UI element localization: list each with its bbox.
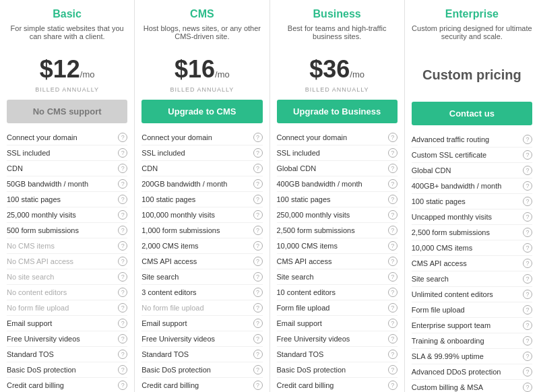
info-icon[interactable]: ? (253, 257, 263, 266)
info-icon[interactable]: ? (253, 210, 263, 220)
info-icon[interactable]: ? (118, 303, 127, 313)
feature-name: Credit card billing (277, 381, 388, 389)
info-icon[interactable]: ? (118, 381, 127, 390)
feature-list-cms: Connect your domain?SSL included?CDN?200… (141, 130, 262, 392)
info-icon[interactable]: ? (523, 274, 532, 284)
info-icon[interactable]: ? (253, 365, 263, 374)
info-icon[interactable]: ? (388, 210, 398, 220)
feature-name: 50GB bandwidth / month (7, 180, 118, 188)
feature-name: SSL included (141, 149, 253, 157)
plan-name-enterprise: Enterprise (412, 8, 532, 20)
info-icon[interactable]: ? (388, 179, 398, 189)
info-icon[interactable]: ? (118, 195, 127, 204)
plan-price-cms: $16/mo (141, 55, 262, 84)
info-icon[interactable]: ? (253, 319, 263, 328)
info-icon[interactable]: ? (523, 290, 532, 299)
info-icon[interactable]: ? (118, 319, 127, 328)
list-item: No CMS API access? (7, 254, 127, 269)
info-icon[interactable]: ? (388, 334, 398, 344)
feature-name: 2,000 CMS items (141, 242, 253, 250)
info-icon[interactable]: ? (523, 367, 532, 377)
info-icon[interactable]: ? (388, 350, 398, 359)
info-icon[interactable]: ? (253, 350, 263, 359)
info-icon[interactable]: ? (118, 365, 127, 374)
feature-name: Training & onboarding (412, 337, 523, 345)
info-icon[interactable]: ? (253, 272, 263, 282)
feature-name: Standard TOS (277, 350, 388, 358)
info-icon[interactable]: ? (388, 288, 398, 297)
info-icon[interactable]: ? (253, 164, 263, 173)
info-icon[interactable]: ? (118, 257, 127, 266)
info-icon[interactable]: ? (118, 272, 127, 282)
info-icon[interactable]: ? (388, 195, 398, 204)
info-icon[interactable]: ? (118, 133, 127, 142)
feature-name: Form file upload (277, 304, 388, 312)
list-item: Training & onboarding? (412, 333, 532, 349)
feature-name: 200GB bandwidth / month (141, 180, 253, 188)
info-icon[interactable]: ? (523, 305, 532, 315)
feature-name: CDN (141, 164, 253, 172)
info-icon[interactable]: ? (118, 334, 127, 344)
cta-button-business[interactable]: Upgrade to Business (277, 100, 398, 123)
info-icon[interactable]: ? (253, 148, 263, 158)
info-icon[interactable]: ? (118, 179, 127, 189)
cta-button-cms[interactable]: Upgrade to CMS (141, 100, 262, 123)
info-icon[interactable]: ? (523, 135, 532, 144)
info-icon[interactable]: ? (118, 288, 127, 297)
info-icon[interactable]: ? (523, 212, 532, 222)
info-icon[interactable]: ? (388, 365, 398, 374)
info-icon[interactable]: ? (388, 319, 398, 328)
info-icon[interactable]: ? (118, 350, 127, 359)
feature-name: Email support (7, 319, 118, 327)
info-icon[interactable]: ? (253, 381, 263, 390)
list-item: No form file upload? (141, 300, 262, 316)
info-icon[interactable]: ? (523, 321, 532, 330)
info-icon[interactable]: ? (253, 303, 263, 313)
feature-name: 2,500 form submissions (277, 226, 388, 234)
plan-name-basic: Basic (7, 8, 127, 20)
list-item: No content editors? (7, 285, 127, 300)
info-icon[interactable]: ? (523, 352, 532, 361)
info-icon[interactable]: ? (253, 334, 263, 344)
info-icon[interactable]: ? (523, 336, 532, 346)
info-icon[interactable]: ? (523, 228, 532, 237)
info-icon[interactable]: ? (523, 243, 532, 253)
feature-name: Uncapped monthly visits (412, 213, 523, 221)
list-item: Basic DoS protection? (141, 362, 262, 378)
info-icon[interactable]: ? (253, 133, 263, 142)
info-icon[interactable]: ? (388, 241, 398, 251)
info-icon[interactable]: ? (118, 210, 127, 220)
info-icon[interactable]: ? (118, 164, 127, 173)
info-icon[interactable]: ? (388, 164, 398, 173)
feature-name: Email support (141, 319, 253, 327)
info-icon[interactable]: ? (118, 226, 127, 235)
info-icon[interactable]: ? (388, 381, 398, 390)
info-icon[interactable]: ? (253, 226, 263, 235)
list-item: Enterprise support team? (412, 318, 532, 333)
info-icon[interactable]: ? (253, 288, 263, 297)
info-icon[interactable]: ? (253, 179, 263, 189)
feature-name: Free University videos (7, 335, 118, 343)
info-icon[interactable]: ? (523, 197, 532, 206)
info-icon[interactable]: ? (253, 195, 263, 204)
info-icon[interactable]: ? (388, 226, 398, 235)
feature-name: 100 static pages (277, 195, 388, 203)
info-icon[interactable]: ? (523, 383, 532, 392)
info-icon[interactable]: ? (118, 148, 127, 158)
info-icon[interactable]: ? (388, 148, 398, 158)
info-icon[interactable]: ? (388, 257, 398, 266)
info-icon[interactable]: ? (388, 133, 398, 142)
info-icon[interactable]: ? (523, 150, 532, 160)
info-icon[interactable]: ? (523, 259, 532, 268)
info-icon[interactable]: ? (388, 272, 398, 282)
info-icon[interactable]: ? (388, 303, 398, 313)
info-icon[interactable]: ? (523, 181, 532, 191)
info-icon[interactable]: ? (253, 241, 263, 251)
list-item: Global CDN? (277, 161, 398, 176)
feature-name: Standard TOS (141, 350, 253, 358)
list-item: No form file upload? (7, 300, 127, 316)
info-icon[interactable]: ? (523, 166, 532, 175)
plan-enterprise: EnterpriseCustom pricing designed for ul… (405, 0, 539, 392)
info-icon[interactable]: ? (118, 241, 127, 251)
cta-button-enterprise[interactable]: Contact us (412, 102, 532, 125)
